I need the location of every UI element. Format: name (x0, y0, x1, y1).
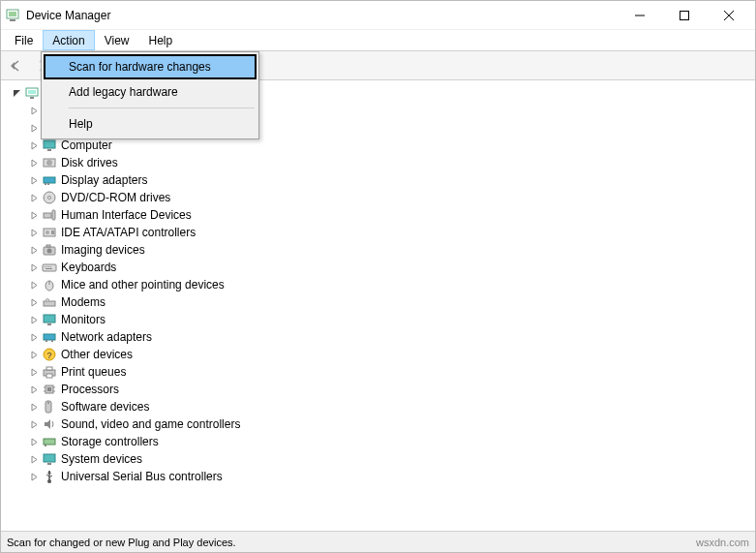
svg-rect-33 (46, 266, 47, 267)
statusbar: Scan for changed or new Plug and Play de… (1, 531, 755, 552)
tree-label: System devices (61, 450, 142, 468)
expander-icon[interactable] (28, 122, 40, 134)
usb-icon (42, 469, 57, 484)
tree-label: DVD/CD-ROM drives (61, 189, 170, 206)
expander-icon[interactable] (28, 227, 40, 238)
maximize-button[interactable] (662, 1, 707, 30)
expander-icon[interactable] (28, 192, 40, 203)
expander-icon[interactable] (28, 349, 40, 360)
minimize-button[interactable] (618, 1, 662, 30)
action-dropdown: Scan for hardware changes Add legacy har… (41, 51, 259, 139)
tree-item-modems[interactable]: Modems (3, 293, 753, 311)
printer-icon (42, 364, 57, 380)
tree-label: Storage controllers (61, 433, 159, 450)
tree-item-sound[interactable]: Sound, video and game controllers (3, 415, 753, 433)
menu-help[interactable]: Help (139, 30, 183, 50)
tree-label: Display adapters (61, 171, 147, 189)
tree-item-hid[interactable]: Human Interface Devices (3, 206, 753, 224)
svg-rect-31 (43, 264, 56, 271)
expander-icon[interactable] (28, 384, 40, 395)
expander-icon[interactable] (28, 105, 40, 116)
storage-icon (42, 434, 57, 449)
tree-item-system[interactable]: System devices (3, 450, 753, 468)
back-button[interactable] (5, 54, 28, 77)
tree-label: Human Interface Devices (61, 206, 192, 224)
expander-icon[interactable] (28, 331, 40, 343)
app-icon (5, 8, 20, 23)
ide-icon (42, 225, 57, 240)
expander-icon[interactable] (28, 157, 40, 169)
network-icon (42, 329, 57, 345)
tree-item-imaging[interactable]: Imaging devices (3, 241, 753, 259)
menu-help-item[interactable]: Help (44, 111, 257, 137)
expander-icon[interactable] (28, 296, 40, 308)
expander-icon[interactable] (11, 87, 22, 99)
tree-item-usb[interactable]: Universal Serial Bus controllers (3, 468, 753, 485)
svg-rect-30 (46, 245, 50, 247)
window-controls (618, 1, 751, 30)
svg-rect-43 (45, 340, 47, 342)
expander-icon[interactable] (28, 436, 40, 447)
expander-icon[interactable] (28, 279, 40, 291)
tree-label: Software devices (61, 398, 149, 415)
svg-rect-34 (48, 266, 49, 267)
svg-rect-58 (44, 439, 55, 445)
menu-view[interactable]: View (95, 30, 139, 50)
svg-rect-59 (45, 445, 46, 446)
camera-icon (42, 242, 57, 258)
tree-item-network[interactable]: Network adapters (3, 328, 753, 346)
expander-icon[interactable] (28, 453, 40, 465)
hid-icon (42, 207, 57, 223)
svg-point-17 (46, 160, 52, 166)
close-button[interactable] (707, 1, 751, 30)
menu-scan-hardware[interactable]: Scan for hardware changes (44, 54, 257, 79)
tree-item-keyboards[interactable]: Keyboards (3, 259, 753, 276)
tree-item-processors[interactable]: Processors (3, 381, 753, 398)
svg-point-63 (47, 479, 51, 483)
expander-icon[interactable] (28, 418, 40, 430)
dvd-icon (42, 190, 57, 205)
expander-icon[interactable] (28, 209, 40, 221)
monitor-icon (42, 138, 57, 153)
tree-label: Keyboards (61, 259, 116, 276)
tree-item-display-adapters[interactable]: Display adapters (3, 171, 753, 189)
svg-rect-61 (47, 463, 51, 465)
monitor-icon (42, 312, 57, 327)
expander-icon[interactable] (28, 244, 40, 256)
expander-icon[interactable] (28, 471, 40, 482)
expander-icon[interactable] (28, 314, 40, 325)
svg-rect-24 (52, 210, 55, 220)
svg-rect-18 (44, 177, 55, 183)
expander-icon[interactable] (28, 401, 40, 413)
expander-icon[interactable] (28, 139, 40, 151)
expander-icon[interactable] (28, 174, 40, 186)
tree-label: Modems (61, 293, 106, 311)
expander-icon[interactable] (28, 261, 40, 273)
tree-item-mice[interactable]: Mice and other pointing devices (3, 276, 753, 293)
tree-item-print[interactable]: Print queues (3, 363, 753, 381)
svg-rect-8 (28, 90, 36, 94)
tree-item-monitors[interactable]: Monitors (3, 311, 753, 328)
tree-label: Network adapters (61, 328, 152, 346)
tree-item-disk-drives[interactable]: Disk drives (3, 154, 753, 171)
expander-icon[interactable] (28, 366, 40, 378)
svg-rect-15 (47, 149, 51, 151)
svg-rect-39 (44, 301, 55, 306)
menu-add-legacy[interactable]: Add legacy hardware (44, 79, 257, 105)
svg-rect-51 (47, 387, 51, 391)
tree-label: Imaging devices (61, 241, 145, 259)
tree-item-ide[interactable]: IDE ATA/ATAPI controllers (3, 224, 753, 241)
tree-item-software[interactable]: Software devices (3, 398, 753, 415)
menu-action[interactable]: Action (43, 30, 94, 50)
svg-rect-14 (44, 140, 55, 148)
system-icon (42, 451, 57, 467)
disk-icon (42, 155, 57, 170)
menu-file[interactable]: File (5, 30, 43, 50)
tree-item-other[interactable]: ? Other devices (3, 346, 753, 363)
modem-icon (42, 294, 57, 310)
svg-rect-9 (30, 97, 34, 99)
tree-item-dvd[interactable]: DVD/CD-ROM drives (3, 189, 753, 206)
software-icon (42, 399, 57, 415)
tree-item-storage[interactable]: Storage controllers (3, 433, 753, 450)
svg-rect-48 (46, 367, 52, 370)
